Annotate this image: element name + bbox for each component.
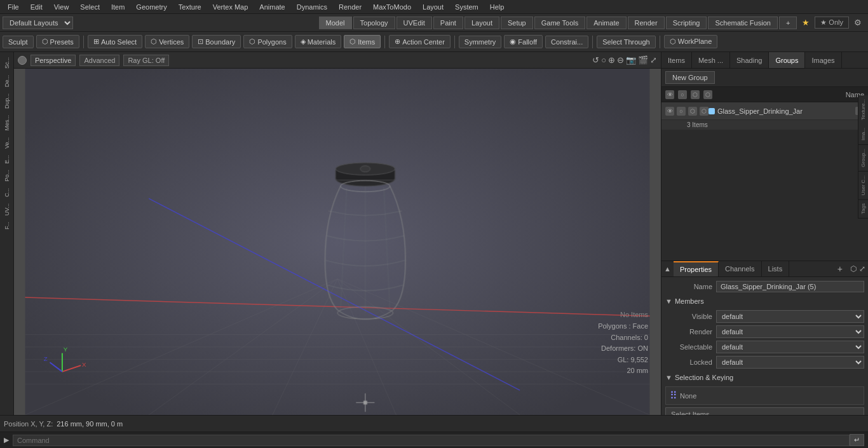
tab-model[interactable]: Model bbox=[319, 17, 352, 29]
menu-item[interactable]: Item bbox=[106, 2, 130, 12]
menu-maxtomodo[interactable]: MaxToModo bbox=[368, 2, 416, 12]
extra-col-icon[interactable]: ⬡ bbox=[703, 90, 712, 99]
items-button[interactable]: ⬡ Items bbox=[344, 35, 381, 48]
viewport[interactable]: Perspective Advanced Ray GL: Off ↺ ○ ⊕ ⊖… bbox=[14, 52, 661, 415]
menu-layout[interactable]: Layout bbox=[417, 2, 449, 12]
tab-properties[interactable]: Properties bbox=[674, 261, 719, 276]
visible-select[interactable]: default bbox=[716, 310, 864, 323]
tab-shading[interactable]: Shading bbox=[730, 52, 769, 68]
select-through-button[interactable]: Select Through bbox=[597, 36, 655, 48]
sidebar-item-sculpt[interactable]: Sc... bbox=[3, 55, 11, 71]
sidebar-item-uv[interactable]: UV... bbox=[3, 201, 11, 218]
reset-icon[interactable]: ○ bbox=[601, 55, 606, 65]
tab-uvedit[interactable]: UVEdit bbox=[397, 17, 432, 29]
polygons-button[interactable]: ⬡ Polygons bbox=[243, 35, 292, 48]
sidebar-item-c[interactable]: C... bbox=[3, 186, 11, 200]
userc-tab-label[interactable]: User C... bbox=[858, 172, 868, 200]
viewport-toggle[interactable] bbox=[18, 56, 27, 65]
expand-icon[interactable]: ⤢ bbox=[859, 264, 865, 273]
sidebar-item-dup[interactable]: Dup... bbox=[3, 91, 11, 111]
menu-render[interactable]: Render bbox=[334, 2, 367, 12]
menu-file[interactable]: File bbox=[3, 2, 24, 12]
tab-lists[interactable]: Lists bbox=[762, 261, 790, 276]
menu-vertexmap[interactable]: Vertex Map bbox=[208, 2, 254, 12]
name-input[interactable] bbox=[716, 281, 864, 292]
sidebar-item-vertex[interactable]: Ve... bbox=[3, 135, 11, 151]
menu-system[interactable]: System bbox=[450, 2, 484, 12]
auto-select-button[interactable]: ⊞ Auto Select bbox=[88, 35, 142, 48]
sidebar-item-poly[interactable]: Po... bbox=[3, 167, 11, 184]
menu-texture[interactable]: Texture bbox=[173, 2, 207, 12]
expand-icon[interactable]: ⤢ bbox=[650, 55, 657, 65]
tags-tab-label[interactable]: Tags bbox=[858, 200, 868, 219]
sk-section[interactable]: ▼ Selection & Keying bbox=[665, 371, 864, 384]
ima-tab-label[interactable]: Ima... bbox=[858, 124, 868, 145]
sidebar-item-f[interactable]: F... bbox=[3, 219, 11, 232]
tab-schematic[interactable]: Schematic Fusion bbox=[708, 17, 777, 29]
falloff-button[interactable]: ◉ Falloff bbox=[504, 35, 543, 48]
menu-dynamics[interactable]: Dynamics bbox=[292, 2, 332, 12]
menu-help[interactable]: Help bbox=[485, 2, 510, 12]
render-icon[interactable]: 🎬 bbox=[638, 55, 648, 65]
boundary-button[interactable]: ⊡ Boundary bbox=[192, 35, 241, 48]
props-collapse-icon[interactable]: ▲ bbox=[661, 265, 674, 273]
command-input[interactable] bbox=[13, 435, 850, 446]
render-toggle[interactable]: ○ bbox=[677, 107, 686, 116]
eye-col-icon[interactable]: 👁 bbox=[665, 90, 674, 99]
view-mode-label[interactable]: Perspective bbox=[31, 55, 76, 66]
tab-items[interactable]: Items bbox=[661, 52, 692, 68]
sidebar-item-edge[interactable]: E... bbox=[3, 153, 11, 166]
sidebar-item-deform[interactable]: De... bbox=[3, 72, 11, 90]
menu-select[interactable]: Select bbox=[75, 2, 105, 12]
extra-toggle[interactable]: ⬡ bbox=[700, 107, 709, 116]
render-select[interactable]: default bbox=[716, 325, 864, 338]
group-tab-label[interactable]: Group... bbox=[858, 145, 868, 172]
settings-button[interactable]: ⚙ bbox=[850, 17, 865, 29]
menu-geometry[interactable]: Geometry bbox=[131, 2, 172, 12]
rotate-icon[interactable]: ↺ bbox=[592, 55, 599, 65]
tab-add[interactable]: + bbox=[779, 17, 797, 29]
camera-icon[interactable]: 📷 bbox=[626, 55, 636, 65]
minimize-icon[interactable]: ⬡ bbox=[850, 264, 857, 273]
symmetry-button[interactable]: Symmetry bbox=[459, 36, 502, 48]
tab-topology[interactable]: Topology bbox=[353, 17, 395, 29]
constraints-button[interactable]: Constrai... bbox=[545, 36, 588, 48]
locked-select[interactable]: default bbox=[716, 356, 864, 369]
visibility-toggle[interactable]: ⬡ bbox=[688, 107, 697, 116]
tab-gametools[interactable]: Game Tools bbox=[534, 17, 586, 29]
sidebar-item-mesh[interactable]: Mes... bbox=[3, 112, 11, 133]
eye-toggle[interactable]: 👁 bbox=[665, 107, 674, 116]
tab-paint[interactable]: Paint bbox=[433, 17, 463, 29]
new-group-button[interactable]: New Group bbox=[665, 71, 715, 84]
tab-mesh[interactable]: Mesh ... bbox=[692, 52, 730, 68]
menu-animate[interactable]: Animate bbox=[254, 2, 290, 12]
texture-tab-label[interactable]: Texture... bbox=[858, 95, 868, 124]
select-items-button[interactable]: Select Items bbox=[665, 407, 864, 415]
tab-setup[interactable]: Setup bbox=[501, 17, 533, 29]
command-enter-button[interactable]: ↵ bbox=[850, 434, 864, 446]
action-center-button[interactable]: ⊕ Action Center bbox=[389, 35, 451, 48]
tab-images[interactable]: Images bbox=[805, 52, 841, 68]
selectable-select[interactable]: default bbox=[716, 341, 864, 353]
lock-col-icon[interactable]: ⬡ bbox=[691, 90, 700, 99]
presets-button[interactable]: ⬡ Presets bbox=[36, 35, 79, 48]
raygl-button[interactable]: Ray GL: Off bbox=[123, 55, 169, 66]
tab-channels[interactable]: Channels bbox=[719, 261, 761, 276]
zoom-out-icon[interactable]: ⊖ bbox=[617, 55, 624, 65]
tab-layout[interactable]: Layout bbox=[465, 17, 499, 29]
vertices-button[interactable]: ⬡ Vertices bbox=[145, 35, 189, 48]
shading-button[interactable]: Advanced bbox=[79, 55, 119, 66]
tab-render[interactable]: Render bbox=[628, 17, 665, 29]
menu-view[interactable]: View bbox=[49, 2, 74, 12]
tab-groups[interactable]: Groups bbox=[769, 52, 805, 68]
tab-animate[interactable]: Animate bbox=[587, 17, 626, 29]
render-col-icon[interactable]: ○ bbox=[678, 90, 687, 99]
members-section[interactable]: ▼ Members bbox=[665, 295, 864, 308]
menu-edit[interactable]: Edit bbox=[25, 2, 48, 12]
tab-add[interactable]: + bbox=[832, 264, 848, 274]
zoom-in-icon[interactable]: ⊕ bbox=[608, 55, 615, 65]
tab-scripting[interactable]: Scripting bbox=[666, 17, 707, 29]
layout-dropdown[interactable]: Default Layouts bbox=[3, 17, 73, 29]
sculpt-button[interactable]: Sculpt bbox=[3, 36, 34, 48]
command-toggle[interactable]: ▶ bbox=[4, 436, 9, 444]
